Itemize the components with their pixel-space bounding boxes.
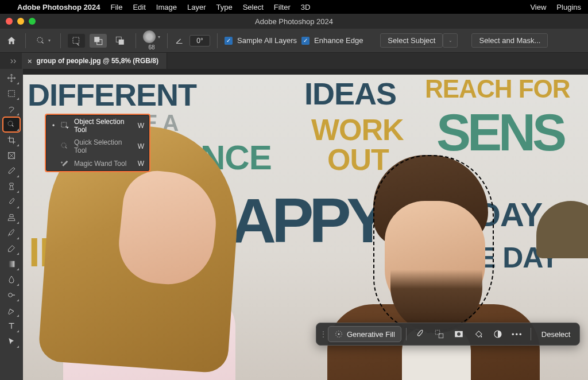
home-button[interactable] (5, 34, 18, 48)
traffic-minimize-button[interactable] (17, 18, 24, 25)
ctb-adjustments-icon[interactable] (489, 326, 506, 342)
svg-point-15 (338, 334, 340, 335)
svg-point-19 (457, 332, 461, 336)
window-titlebar: Adobe Photoshop 2024 (0, 14, 588, 29)
document-tab[interactable]: × group of people.jpg @ 55,8% (RGB/8) (22, 53, 167, 69)
ctb-mask-icon[interactable] (450, 326, 467, 342)
svg-rect-5 (119, 39, 124, 44)
move-tool[interactable] (3, 71, 20, 85)
deselect-button[interactable]: Deselect (536, 327, 577, 342)
crop-tool[interactable] (3, 133, 20, 147)
gradient-tool[interactable] (3, 257, 20, 271)
canvas-area[interactable]: DIFFERENT IDEAS REACH FOR MAKE A WORK OU… (23, 69, 588, 380)
pen-tool[interactable] (3, 304, 20, 317)
drag-grip-icon[interactable]: ⋮⋮ (320, 330, 326, 338)
brush-preview-icon (143, 30, 156, 43)
tools-panel (0, 69, 23, 380)
enhance-edge-checkbox[interactable]: ✓ (301, 37, 310, 45)
brush-size-label: 68 (148, 44, 154, 51)
menu-image[interactable]: Image (156, 3, 177, 11)
select-subject-button[interactable]: Select Subject (380, 33, 443, 48)
ctb-modify-selection-icon[interactable] (431, 326, 448, 342)
active-selection-marquee (373, 155, 494, 333)
blur-tool[interactable] (3, 273, 20, 286)
healing-brush-tool[interactable] (3, 180, 20, 193)
svg-rect-10 (9, 261, 15, 267)
menu-file[interactable]: File (110, 3, 122, 11)
chevron-down-icon: ▾ (158, 34, 160, 40)
svg-rect-1 (73, 37, 79, 44)
angle-icon (175, 36, 185, 46)
traffic-close-button[interactable] (6, 18, 13, 25)
object-selection-icon (60, 121, 69, 130)
selection-mode-add[interactable] (90, 34, 107, 48)
ctb-more-icon[interactable]: ••• (509, 326, 526, 342)
path-selection-tool[interactable] (3, 335, 20, 348)
select-and-mask-button[interactable]: Select and Mask... (471, 33, 548, 48)
generative-fill-icon (334, 329, 343, 339)
lasso-tool[interactable] (3, 102, 20, 116)
menu-layer[interactable]: Layer (187, 3, 206, 11)
svg-rect-9 (10, 183, 14, 185)
type-tool[interactable] (3, 319, 20, 333)
menu-view[interactable]: View (530, 3, 546, 11)
chevron-down-icon: ▾ (48, 38, 51, 43)
menubar-app-name[interactable]: Adobe Photoshop 2024 (17, 3, 100, 11)
generative-fill-button[interactable]: Generative Fill (328, 326, 401, 342)
menu-plugins[interactable]: Plugins (556, 3, 581, 11)
menu-3d[interactable]: 3D (301, 3, 311, 11)
expand-panels-button[interactable]: ›› (5, 53, 22, 69)
marquee-tool[interactable] (3, 87, 20, 100)
frame-tool[interactable] (3, 149, 20, 162)
select-subject-dropdown[interactable]: ⌄ (443, 33, 458, 48)
selection-mode-subtract[interactable] (111, 34, 129, 48)
window-title: Adobe Photoshop 2024 (255, 17, 333, 26)
magic-wand-icon (60, 159, 69, 168)
person-hat (536, 201, 588, 258)
document-tab-label: group of people.jpg @ 55,8% (RGB/8) (37, 57, 158, 65)
tool-preset-picker[interactable]: ▾ (33, 34, 53, 48)
menu-select[interactable]: Select (243, 3, 264, 11)
flyout-quick-selection-tool[interactable]: Quick Selection Tool W (47, 136, 149, 157)
macos-menubar: Adobe Photoshop 2024 File Edit Image Lay… (0, 0, 588, 14)
quick-selection-icon (60, 142, 69, 151)
menu-type[interactable]: Type (216, 3, 233, 11)
workspace: DIFFERENT IDEAS REACH FOR MAKE A WORK OU… (0, 69, 588, 380)
object-selection-tool[interactable] (3, 118, 20, 131)
sample-all-layers-checkbox[interactable]: ✓ (225, 37, 233, 45)
sample-all-layers-label: Sample All Layers (237, 36, 297, 45)
eraser-tool[interactable] (3, 242, 20, 255)
document-tabbar: ›› × group of people.jpg @ 55,8% (RGB/8) (0, 53, 588, 69)
flyout-magic-wand-tool[interactable]: Magic Wand Tool W (47, 157, 149, 170)
tool-flyout-menu: • Object Selection Tool W Quick Selectio… (46, 115, 149, 171)
traffic-zoom-button[interactable] (29, 18, 36, 25)
chevron-down-icon: ⌄ (448, 38, 452, 43)
flyout-object-selection-tool[interactable]: • Object Selection Tool W (47, 115, 149, 136)
clone-stamp-tool[interactable] (3, 211, 20, 224)
close-tab-button[interactable]: × (28, 57, 32, 65)
dodge-tool[interactable] (3, 288, 20, 302)
contextual-task-bar[interactable]: ⋮⋮ Generative Fill ••• Deselect (316, 323, 580, 346)
selection-mode-new[interactable] (68, 34, 85, 48)
brush-preset-picker[interactable]: ▾ 68 (143, 30, 160, 51)
options-bar: ▾ ▾ 68 ✓ Sample All Layers ✓ Enhance Edg… (0, 29, 588, 53)
brush-angle-input[interactable] (189, 35, 210, 46)
svg-rect-6 (9, 91, 15, 97)
enhance-edge-label: Enhance Edge (314, 36, 363, 45)
eyedropper-tool[interactable] (3, 164, 20, 178)
history-brush-tool[interactable] (3, 226, 20, 240)
svg-point-11 (9, 293, 13, 297)
ctb-fill-icon[interactable] (470, 326, 487, 342)
brush-tool[interactable] (3, 195, 20, 209)
menu-filter[interactable]: Filter (274, 3, 291, 11)
menu-edit[interactable]: Edit (133, 3, 145, 11)
ctb-brush-icon[interactable] (411, 326, 428, 342)
